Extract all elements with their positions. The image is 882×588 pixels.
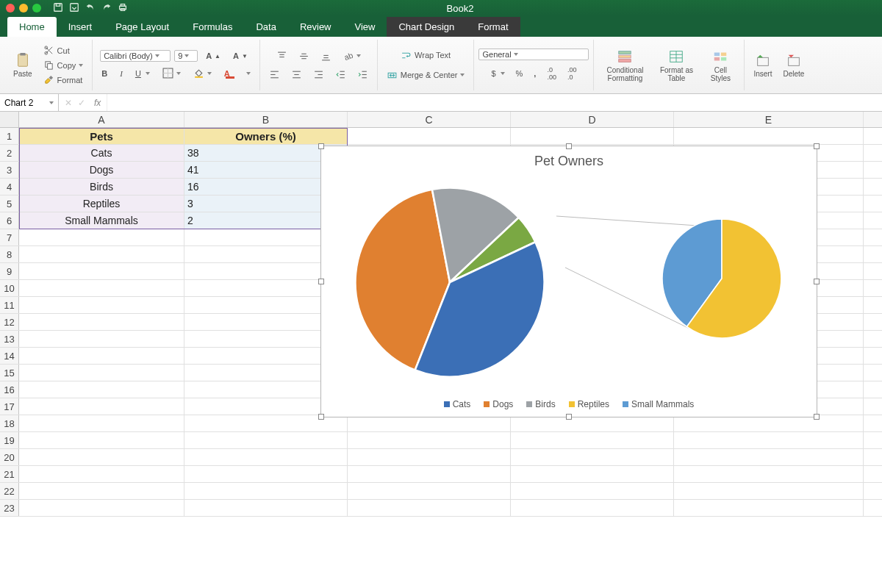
font-size-select[interactable]: 9 xyxy=(174,50,198,62)
chart-legend[interactable]: CatsDogsBirdsReptilesSmall Mammals xyxy=(321,399,817,409)
resize-handle-n[interactable] xyxy=(566,143,572,149)
row-header-10[interactable]: 10 xyxy=(0,280,19,296)
cell-B23[interactable] xyxy=(184,500,348,516)
row-header-22[interactable]: 22 xyxy=(0,483,19,499)
cell-B20[interactable] xyxy=(184,449,348,465)
name-box[interactable]: Chart 2 xyxy=(0,94,59,111)
cell-C19[interactable] xyxy=(348,432,511,448)
cell-A5[interactable]: Reptiles xyxy=(19,196,184,212)
main-pie-chart[interactable] xyxy=(351,183,549,381)
col-header-c[interactable]: C xyxy=(348,112,511,127)
currency-button[interactable]: $ xyxy=(487,68,509,79)
align-left-button[interactable] xyxy=(265,68,284,82)
col-header-a[interactable]: A xyxy=(19,112,184,127)
format-painter-button[interactable]: Format xyxy=(39,73,88,87)
cell-A16[interactable] xyxy=(19,381,184,398)
formula-input[interactable] xyxy=(107,94,882,111)
worksheet-grid[interactable]: A B C D E 1PetsOwners (%)2Cats383Dogs414… xyxy=(0,112,882,588)
paste-button[interactable]: Paste xyxy=(9,51,37,79)
enter-formula-icon[interactable]: ✓ xyxy=(78,98,85,108)
cell-C20[interactable] xyxy=(348,449,511,465)
row-header-15[interactable]: 15 xyxy=(0,365,19,381)
row-header-2[interactable]: 2 xyxy=(0,145,19,161)
tab-view[interactable]: View xyxy=(343,17,387,37)
cell-B21[interactable] xyxy=(184,466,348,482)
legend-item-small-mammals[interactable]: Small Mammals xyxy=(623,399,694,409)
tab-home[interactable]: Home xyxy=(7,17,57,37)
cell-A14[interactable] xyxy=(19,348,184,364)
row-header-21[interactable]: 21 xyxy=(0,466,19,482)
row-header-1[interactable]: 1 xyxy=(0,128,19,144)
row-header-19[interactable]: 19 xyxy=(0,432,19,448)
row-header-16[interactable]: 16 xyxy=(0,381,19,398)
tab-chart-design[interactable]: Chart Design xyxy=(387,17,466,37)
cell-A6[interactable]: Small Mammals xyxy=(19,212,184,229)
cell-A15[interactable] xyxy=(19,365,184,381)
cell-A7[interactable] xyxy=(19,229,184,245)
resize-handle-w[interactable] xyxy=(318,279,324,284)
cell-A11[interactable] xyxy=(19,297,184,313)
chart-object[interactable]: Pet Owners CatsDogsBirdsReptilesSmall Ma… xyxy=(320,146,817,417)
tab-formulas[interactable]: Formulas xyxy=(181,17,244,37)
resize-handle-nw[interactable] xyxy=(318,143,324,149)
underline-button[interactable]: U xyxy=(131,68,154,79)
chart-title[interactable]: Pet Owners xyxy=(321,146,817,172)
decrease-decimal-button[interactable]: .00.0 xyxy=(563,65,581,82)
cut-button[interactable]: Cut xyxy=(39,43,88,57)
bold-button[interactable]: B xyxy=(97,68,112,79)
cell-E20[interactable] xyxy=(674,449,864,465)
row-header-7[interactable]: 7 xyxy=(0,229,19,245)
select-all-corner[interactable] xyxy=(0,112,19,127)
cell-B22[interactable] xyxy=(184,483,348,499)
cell-D19[interactable] xyxy=(511,432,674,448)
delete-cells-button[interactable]: Delete xyxy=(778,51,808,79)
cell-A2[interactable]: Cats xyxy=(19,145,184,161)
tab-data[interactable]: Data xyxy=(244,17,287,37)
col-header-d[interactable]: D xyxy=(511,112,674,127)
cell-D20[interactable] xyxy=(511,449,674,465)
copy-button[interactable]: Copy xyxy=(39,58,88,72)
tab-page-layout[interactable]: Page Layout xyxy=(104,17,181,37)
font-color-button[interactable]: A xyxy=(220,67,255,80)
tab-review[interactable]: Review xyxy=(288,17,343,37)
resize-handle-s[interactable] xyxy=(566,414,572,420)
cell-A8[interactable] xyxy=(19,246,184,262)
cell-A12[interactable] xyxy=(19,314,184,330)
minimize-window-button[interactable] xyxy=(19,4,28,12)
shrink-font-button[interactable]: A▼ xyxy=(229,50,252,62)
cell-A20[interactable] xyxy=(19,449,184,465)
cell-A3[interactable]: Dogs xyxy=(19,162,184,178)
zoom-window-button[interactable] xyxy=(32,4,41,12)
cell-B1[interactable]: Owners (%) xyxy=(184,128,348,144)
cell-A1[interactable]: Pets xyxy=(19,128,184,144)
cell-A9[interactable] xyxy=(19,263,184,279)
row-header-14[interactable]: 14 xyxy=(0,348,19,364)
cell-E18[interactable] xyxy=(674,415,864,431)
cell-A17[interactable] xyxy=(19,398,184,415)
cell-D22[interactable] xyxy=(511,483,674,499)
cell-E19[interactable] xyxy=(674,432,864,448)
conditional-formatting-button[interactable]: Conditional Formatting xyxy=(598,47,651,84)
legend-item-dogs[interactable]: Dogs xyxy=(484,399,513,409)
borders-button[interactable] xyxy=(158,66,185,80)
decrease-indent-button[interactable] xyxy=(331,68,351,82)
cell-A21[interactable] xyxy=(19,466,184,482)
cell-D23[interactable] xyxy=(511,500,674,516)
row-header-12[interactable]: 12 xyxy=(0,314,19,330)
cell-A23[interactable] xyxy=(19,500,184,516)
cell-E22[interactable] xyxy=(674,483,864,499)
row-header-4[interactable]: 4 xyxy=(0,179,19,195)
legend-item-cats[interactable]: Cats xyxy=(444,399,471,409)
row-header-9[interactable]: 9 xyxy=(0,263,19,279)
cell-A4[interactable]: Birds xyxy=(19,179,184,195)
align-bottom-button[interactable] xyxy=(316,49,336,63)
italic-button[interactable]: I xyxy=(115,68,127,79)
col-header-b[interactable]: B xyxy=(184,112,348,127)
cell-A13[interactable] xyxy=(19,331,184,347)
number-format-select[interactable]: General xyxy=(478,49,589,60)
row-header-13[interactable]: 13 xyxy=(0,331,19,347)
close-window-button[interactable] xyxy=(6,4,15,12)
row-header-20[interactable]: 20 xyxy=(0,449,19,465)
resize-handle-ne[interactable] xyxy=(814,143,820,149)
cell-D18[interactable] xyxy=(511,415,674,431)
